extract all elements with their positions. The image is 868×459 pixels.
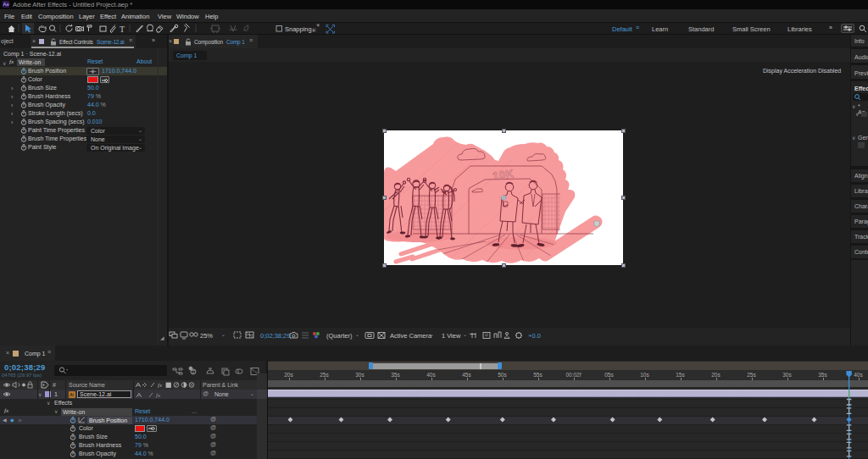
- svg-text:T: T: [120, 25, 125, 34]
- svg-text:fx: fx: [156, 392, 161, 399]
- svg-text:fx: fx: [158, 382, 163, 389]
- svg-text:Snapping: Snapping: [285, 25, 312, 33]
